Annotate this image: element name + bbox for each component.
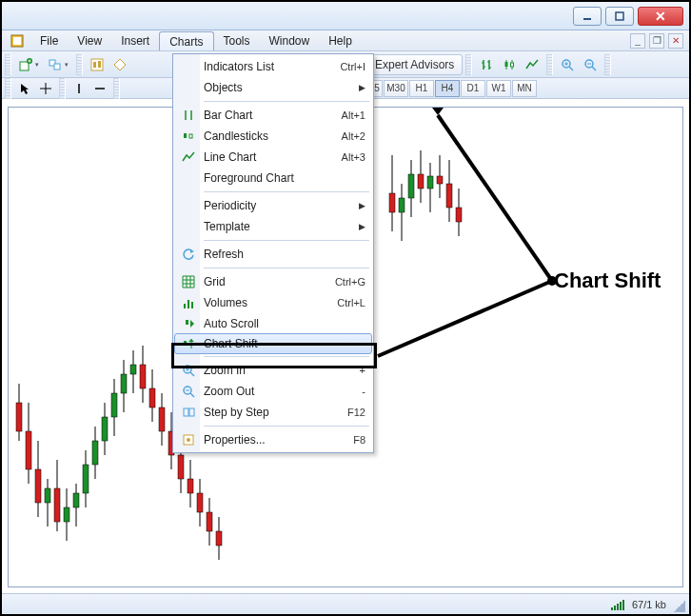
svg-rect-45 bbox=[45, 488, 50, 503]
vertical-line-button[interactable] bbox=[69, 78, 89, 99]
menu-view[interactable]: View bbox=[68, 30, 111, 50]
vline-icon bbox=[73, 83, 85, 94]
svg-rect-55 bbox=[92, 441, 98, 465]
line-chart-button[interactable] bbox=[521, 54, 543, 75]
menu-grid[interactable]: Grid Ctrl+G bbox=[175, 271, 371, 292]
template-icon bbox=[179, 218, 198, 235]
svg-rect-87 bbox=[408, 174, 414, 198]
new-chart-button[interactable]: ▾ bbox=[14, 54, 44, 75]
svg-marker-107 bbox=[190, 320, 194, 328]
menu-properties[interactable]: Properties... F8 bbox=[175, 429, 371, 450]
maximize-button[interactable] bbox=[605, 7, 634, 26]
toolbar-grip[interactable] bbox=[113, 78, 120, 99]
zoom-in-button[interactable] bbox=[556, 54, 579, 75]
svg-rect-73 bbox=[178, 455, 184, 479]
menu-step-by-step[interactable]: Step by Step F12 bbox=[175, 402, 371, 423]
svg-rect-118 bbox=[184, 408, 188, 416]
app-icon bbox=[8, 30, 27, 50]
tf-mn[interactable]: MN bbox=[512, 80, 537, 97]
market-watch-icon bbox=[90, 58, 104, 71]
cursor-button[interactable] bbox=[14, 78, 35, 99]
window-titlebar: ✕ bbox=[2, 2, 689, 30]
toolbar-grip[interactable] bbox=[59, 78, 66, 99]
navigator-button[interactable] bbox=[109, 54, 131, 75]
minimize-button[interactable] bbox=[573, 7, 602, 26]
mdi-close-button[interactable]: ✕ bbox=[668, 33, 683, 49]
menu-window[interactable]: Window bbox=[260, 30, 320, 50]
bar-chart-button[interactable] bbox=[475, 54, 498, 75]
menu-objects[interactable]: Objects ▶ bbox=[175, 77, 371, 98]
svg-rect-105 bbox=[191, 302, 193, 308]
svg-line-31 bbox=[592, 67, 596, 70]
market-watch-button[interactable] bbox=[86, 54, 109, 75]
svg-line-116 bbox=[190, 393, 194, 397]
menu-foreground-chart[interactable]: Foreground Chart bbox=[175, 168, 371, 189]
mdi-restore-button[interactable]: ❐ bbox=[649, 33, 664, 49]
svg-rect-69 bbox=[159, 407, 165, 431]
mdi-minimize-button[interactable]: _ bbox=[630, 33, 645, 49]
toolbar-grip[interactable] bbox=[5, 54, 11, 75]
menu-chart-shift[interactable]: Chart Shift bbox=[174, 333, 372, 354]
menu-candlesticks[interactable]: Candlesticks Alt+2 bbox=[175, 126, 371, 147]
toolbar-grip[interactable] bbox=[465, 54, 472, 75]
submenu-arrow-icon: ▶ bbox=[359, 201, 365, 210]
tf-h4[interactable]: H4 bbox=[435, 80, 460, 97]
menu-auto-scroll[interactable]: Auto Scroll bbox=[175, 313, 371, 334]
svg-rect-47 bbox=[54, 488, 60, 522]
menu-charts[interactable]: Charts bbox=[159, 31, 213, 50]
svg-rect-63 bbox=[130, 365, 136, 374]
properties-icon bbox=[179, 431, 198, 448]
svg-rect-75 bbox=[188, 479, 193, 493]
svg-rect-83 bbox=[389, 193, 395, 212]
menu-bar-chart[interactable]: Bar Chart Alt+1 bbox=[175, 105, 371, 126]
volumes-icon bbox=[179, 294, 198, 311]
menu-zoom-out[interactable]: Zoom Out - bbox=[175, 381, 371, 402]
profiles-icon bbox=[49, 58, 62, 71]
toolbar-grip[interactable] bbox=[604, 54, 611, 75]
menu-line-chart[interactable]: Line Chart Alt+3 bbox=[175, 147, 371, 168]
zoom-out-button[interactable] bbox=[579, 54, 602, 75]
svg-rect-89 bbox=[418, 174, 424, 189]
svg-rect-61 bbox=[121, 374, 127, 393]
menu-volumes[interactable]: Volumes Ctrl+L bbox=[175, 292, 371, 313]
svg-rect-85 bbox=[399, 198, 405, 212]
menu-template[interactable]: Template ▶ bbox=[175, 216, 371, 237]
close-button[interactable]: ✕ bbox=[638, 7, 683, 26]
foreground-icon bbox=[179, 169, 198, 187]
menu-file[interactable]: File bbox=[30, 30, 68, 50]
toolbar-grip[interactable] bbox=[546, 54, 553, 75]
menu-help[interactable]: Help bbox=[319, 30, 362, 50]
step-icon bbox=[179, 404, 198, 421]
horizontal-line-button[interactable] bbox=[89, 78, 110, 99]
auto-scroll-icon bbox=[179, 315, 198, 332]
menu-zoom-in[interactable]: Zoom In + bbox=[175, 360, 371, 381]
menu-separator bbox=[204, 101, 369, 102]
svg-rect-79 bbox=[207, 512, 212, 531]
crosshair-button[interactable] bbox=[35, 78, 56, 99]
new-chart-icon bbox=[19, 58, 32, 71]
menu-tools[interactable]: Tools bbox=[214, 30, 260, 50]
menu-separator bbox=[204, 240, 369, 241]
svg-rect-67 bbox=[149, 388, 155, 407]
menu-periodicity[interactable]: Periodicity ▶ bbox=[175, 195, 371, 216]
tf-h1[interactable]: H1 bbox=[409, 80, 434, 97]
menu-insert[interactable]: Insert bbox=[111, 30, 159, 50]
svg-rect-57 bbox=[102, 417, 108, 441]
svg-rect-91 bbox=[427, 176, 433, 189]
menu-indicators-list[interactable]: Indicators List Ctrl+I bbox=[175, 56, 371, 77]
tf-w1[interactable]: W1 bbox=[486, 80, 511, 97]
svg-rect-39 bbox=[16, 403, 22, 431]
menu-separator bbox=[204, 268, 369, 268]
profiles-button[interactable]: ▾ bbox=[44, 54, 73, 75]
tf-d1[interactable]: D1 bbox=[461, 80, 485, 97]
toolbar-grip[interactable] bbox=[5, 78, 11, 99]
resize-grip[interactable] bbox=[674, 601, 685, 612]
candlestick-button[interactable] bbox=[498, 54, 521, 75]
svg-rect-3 bbox=[13, 37, 21, 45]
tf-m30[interactable]: M30 bbox=[384, 80, 408, 97]
svg-line-27 bbox=[569, 67, 573, 70]
menu-refresh[interactable]: Refresh bbox=[175, 244, 371, 265]
svg-rect-1 bbox=[616, 12, 623, 20]
svg-rect-95 bbox=[446, 184, 452, 208]
toolbar-grip[interactable] bbox=[76, 54, 83, 75]
